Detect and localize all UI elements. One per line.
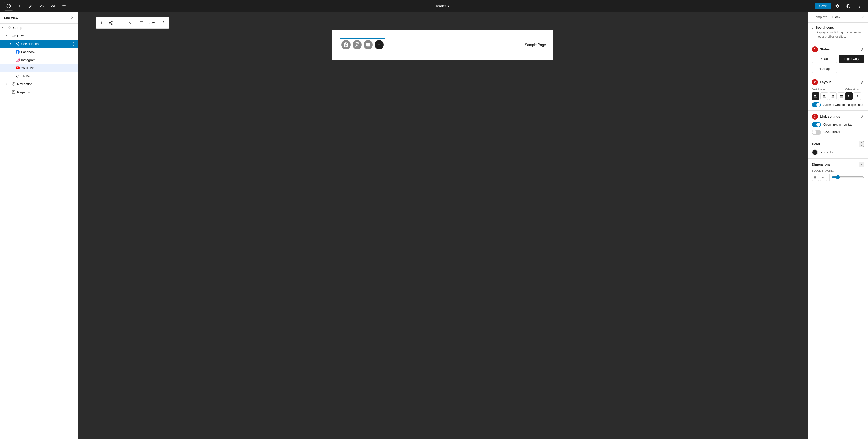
icon-color-swatch[interactable] (812, 149, 818, 155)
spacing-link-icon[interactable]: ⊞ (812, 174, 819, 181)
tree-item-page-list[interactable]: Page List (0, 88, 78, 96)
svg-point-32 (163, 21, 164, 22)
justify-center-btn[interactable] (820, 92, 828, 100)
tree-item-tiktok[interactable]: TikTok (0, 72, 78, 80)
undo-button[interactable] (37, 1, 46, 10)
facebook-social-icon[interactable] (341, 40, 350, 49)
svg-point-24 (120, 22, 120, 22)
size-button[interactable]: Size (146, 18, 159, 27)
icon-color-label: Icon color (820, 151, 834, 154)
color-more-button[interactable]: ⋮ (859, 141, 864, 147)
layout-collapse-icon[interactable]: ∧ (861, 80, 864, 85)
contrast-button[interactable] (844, 1, 853, 10)
style-logos-only[interactable]: Logos Only (839, 55, 864, 63)
justify-right-btn[interactable] (829, 92, 837, 100)
color-section-header: Color ⋮ (812, 141, 864, 147)
svg-point-28 (120, 24, 120, 24)
justify-left-btn[interactable] (812, 92, 819, 100)
tab-template[interactable]: Template (812, 12, 829, 22)
top-bar-left (4, 1, 68, 10)
justify-buttons (812, 92, 845, 100)
tree-item-instagram[interactable]: Instagram (0, 56, 78, 64)
spacing-slider[interactable] (832, 175, 864, 179)
header-title-button[interactable]: Header ▾ (434, 4, 450, 8)
svg-rect-1 (10, 26, 11, 27)
redo-button[interactable] (48, 1, 57, 10)
block-type-button[interactable] (97, 18, 106, 27)
orient-vertical-btn[interactable] (854, 92, 861, 100)
svg-point-33 (163, 23, 164, 23)
show-labels-toggle[interactable] (812, 130, 821, 135)
link-settings-badge: 3 (812, 114, 818, 120)
social-icons-block[interactable]: + (340, 38, 385, 51)
instagram-icon (15, 57, 20, 62)
share-button[interactable] (106, 18, 116, 27)
social-icons-icon (15, 41, 20, 46)
justification-col: Justification (812, 88, 845, 100)
svg-point-26 (120, 23, 120, 23)
dimensions-section: Dimensions ⋮ BLOCK SPACING ⊞ ∞ px (808, 159, 868, 184)
drag-handle[interactable] (116, 18, 125, 27)
social-icons-more[interactable]: ⋮ (72, 41, 76, 46)
link-settings-header[interactable]: 3 Link settings ∧ (812, 114, 864, 120)
new-tab-toggle[interactable] (812, 122, 821, 127)
spacing-unlink-icon[interactable]: ∞ (820, 174, 827, 181)
navigation-label: Navigation (17, 82, 76, 86)
svg-line-10 (17, 44, 18, 45)
dimensions-more-button[interactable]: ⋮ (859, 162, 864, 167)
more-options-button[interactable] (855, 1, 864, 10)
wordpress-logo[interactable] (4, 1, 13, 10)
youtube-social-icon[interactable] (364, 40, 373, 49)
right-panel-tabs: Template Block × (808, 12, 868, 23)
layout-header[interactable]: 2 Layout ∧ (812, 79, 864, 85)
right-panel-close-button[interactable]: × (861, 14, 864, 20)
tree-item-group[interactable]: ▾ Group (0, 24, 78, 32)
show-labels-label: Show labels (824, 130, 840, 134)
instagram-social-icon[interactable] (352, 40, 362, 49)
chevron-icon: ▾ (10, 42, 14, 45)
justify-stretch-btn[interactable] (838, 92, 845, 100)
style-pill-shape[interactable]: Pill Shape (812, 65, 837, 73)
toolbar-divider (135, 20, 136, 26)
chevron-icon: ▾ (6, 83, 10, 86)
top-bar: Header ▾ Save (0, 0, 868, 12)
canvas-area: Size + Sample Page (78, 12, 808, 439)
new-tab-row: Open links in new tab (812, 122, 864, 127)
tree-item-social-icons[interactable]: ▾ Social Icons ⋮ (0, 40, 78, 48)
tree-item-facebook[interactable]: Facebook (0, 48, 78, 56)
color-title: Color (812, 142, 820, 146)
chevron-icon: ▾ (6, 34, 10, 37)
style-default[interactable]: Default (812, 55, 837, 63)
add-social-icon-button[interactable]: + (375, 40, 384, 49)
spacing-value-input[interactable] (829, 174, 830, 181)
list-view-button[interactable] (59, 1, 68, 10)
list-view-close[interactable]: × (71, 15, 74, 20)
save-button[interactable]: Save (815, 2, 831, 9)
styles-badge: 1 (812, 46, 818, 52)
wrap-toggle[interactable] (812, 102, 821, 107)
block-toolbar: Size (96, 17, 169, 29)
page-list-icon (11, 90, 16, 95)
styles-header[interactable]: 1 Styles ∧ (812, 46, 864, 52)
page-list-label: Page List (17, 90, 76, 94)
add-block-button[interactable] (15, 1, 24, 10)
spacing-input-group: px (829, 174, 830, 181)
orient-horizontal-btn[interactable] (845, 92, 852, 100)
svg-point-27 (121, 23, 121, 23)
svg-rect-4 (12, 35, 15, 36)
tree-item-navigation[interactable]: ▾ Navigation (0, 80, 78, 88)
styles-collapse-icon[interactable]: ∧ (861, 46, 864, 52)
navigate-button[interactable] (125, 18, 134, 27)
social-icons-label: Social Icons (21, 42, 71, 46)
link-settings-collapse-icon[interactable]: ∧ (861, 114, 864, 119)
tree-item-youtube[interactable]: YouTube (0, 64, 78, 72)
edit-button[interactable] (26, 1, 35, 10)
more-options-toolbar[interactable] (159, 18, 168, 27)
sample-page-link[interactable]: Sample Page (525, 43, 546, 47)
settings-button[interactable] (833, 1, 842, 10)
color-section: Color ⋮ Icon color (808, 138, 868, 159)
tree-item-row[interactable]: ▾ Row (0, 32, 78, 40)
tab-block[interactable]: Block (830, 12, 842, 22)
svg-point-21 (112, 24, 113, 25)
align-button[interactable] (137, 18, 146, 27)
